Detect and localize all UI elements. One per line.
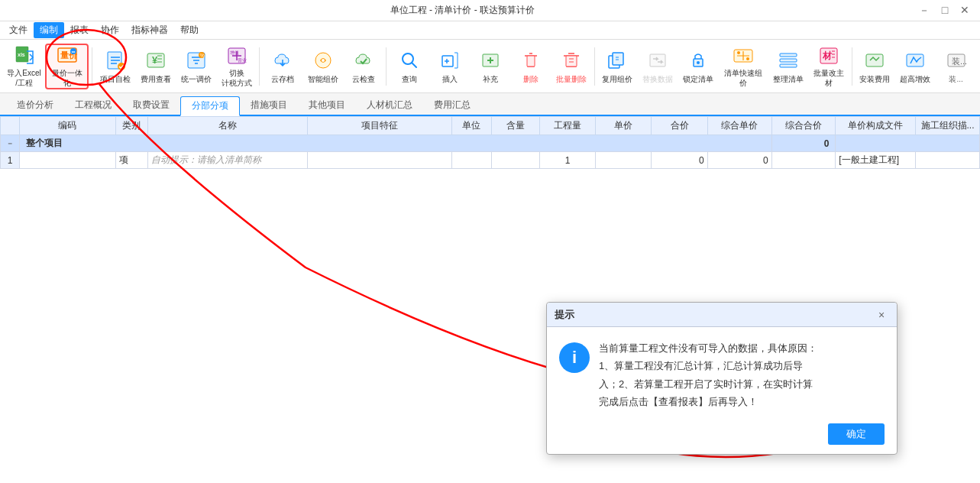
organize-clear-button[interactable]: 整理清单 — [769, 44, 808, 89]
organize-clear-label: 整理清单 — [773, 74, 804, 84]
menu-cooperate[interactable]: 协作 — [95, 22, 125, 38]
install-fee-button[interactable]: 安装费用 — [855, 44, 894, 89]
tab-measure-items[interactable]: 措施项目 — [240, 95, 298, 115]
replace-data-button[interactable]: 替换数据 — [639, 44, 678, 89]
col-unit-file: 单价构成文件 — [836, 117, 916, 135]
fee-view-button[interactable]: ¥ 费用查看 — [136, 44, 175, 89]
fee-view-icon: ¥ — [144, 48, 168, 73]
menu-index[interactable]: 指标神器 — [125, 22, 174, 38]
col-engineering: 工程量 — [539, 117, 595, 135]
section-row: － 整个项目 0 — [1, 135, 980, 152]
window-controls: － □ ✕ — [919, 4, 974, 18]
svg-point-29 — [737, 51, 740, 54]
section-total: 0 — [771, 135, 836, 152]
smart-group-button[interactable]: 智能组价 — [303, 44, 342, 89]
sep4 — [594, 47, 595, 86]
sep3 — [386, 47, 387, 86]
unified-adjust-button[interactable]: % 统一调价 — [176, 44, 215, 89]
section-label: 整个项目 — [20, 135, 771, 152]
supplement-icon — [478, 48, 503, 73]
quick-group-button[interactable]: 清单快速组价 — [720, 44, 768, 89]
code-input[interactable] — [23, 155, 112, 166]
tab-other-items[interactable]: 其他项目 — [298, 95, 356, 115]
install-fee-label: 安装费用 — [859, 74, 890, 84]
delete-button[interactable]: 删除 — [512, 44, 551, 89]
dialog-close-button[interactable]: × — [874, 307, 889, 323]
dialog: 提示 × i 当前算量工程文件没有可导入的数据，具体原因： 1、算量工程没有汇总… — [546, 302, 898, 455]
section-extra — [836, 135, 980, 152]
dialog-title-bar: 提示 × — [547, 303, 897, 327]
svg-rect-36 — [866, 54, 883, 66]
batch-delete-button[interactable]: 批量删除 — [552, 44, 591, 89]
svg-text:材: 材 — [822, 50, 833, 61]
cloud-check-button[interactable]: 云检查 — [344, 44, 383, 89]
import-excel-button[interactable]: xls 导入Excel/工程 — [5, 44, 44, 89]
insert-button[interactable]: 插入 — [431, 44, 470, 89]
tab-project-overview[interactable]: 工程概况 — [64, 95, 122, 115]
dialog-ok-button[interactable]: 确定 — [828, 423, 885, 445]
quantity-integration-button[interactable]: 量价∞ 量价一体化 — [45, 44, 89, 89]
batch-material-button[interactable]: 材 批量改主材 — [810, 44, 849, 89]
dialog-body: i 当前算量工程文件没有可导入的数据，具体原因： 1、算量工程没有汇总计算，汇总… — [547, 327, 897, 420]
tab-fee-summary[interactable]: 费用汇总 — [423, 95, 481, 115]
title-text: 单位工程 - 清单计价 - 联达预算计价 — [6, 4, 919, 17]
switch-tax-icon: 增值营业 — [225, 45, 249, 66]
col-construction: 施工组织描... — [916, 117, 980, 135]
batch-delete-icon — [559, 48, 584, 73]
tab-partial-items[interactable]: 分部分项 — [180, 96, 240, 116]
svg-rect-22 — [566, 56, 577, 66]
row-unit-1 — [451, 152, 491, 169]
col-feature: 项目特征 — [308, 117, 452, 135]
svg-text:%: % — [199, 53, 204, 58]
delete-label: 删除 — [523, 74, 539, 84]
copy-group-button[interactable]: 复用组价 — [598, 44, 637, 89]
col-composite-price: 综合单价 — [707, 117, 771, 135]
col-type: 类别 — [115, 117, 147, 135]
col-unit-price: 单价 — [596, 117, 652, 135]
more-button[interactable]: 装... 装... — [936, 44, 975, 89]
row-unit-price-1 — [596, 152, 652, 169]
section-collapse[interactable]: － — [1, 135, 20, 152]
row-engineering-1: 1 — [539, 152, 595, 169]
copy-group-label: 复用组价 — [602, 74, 632, 84]
row-code-1[interactable] — [20, 152, 116, 169]
supplement-button[interactable]: 补充 — [471, 44, 510, 89]
batch-material-label: 批量改主材 — [811, 68, 847, 88]
more-label: 装... — [949, 74, 962, 84]
quantity-label: 量价一体化 — [48, 68, 86, 88]
table-header-row: 编码 类别 名称 项目特征 单位 含量 工程量 单价 合价 综合单价 综合合价 … — [1, 117, 980, 135]
cloud-save-button[interactable]: 云存档 — [263, 44, 302, 89]
switch-tax-button[interactable]: 增值营业 切换计税方式 — [217, 44, 256, 89]
tab-manpower-summary[interactable]: 人材机汇总 — [356, 95, 423, 115]
col-row-num — [1, 117, 20, 135]
project-check-button[interactable]: 项目自检 — [95, 44, 134, 89]
query-button[interactable]: 查询 — [390, 44, 429, 89]
install-fee-icon — [862, 48, 887, 73]
row-composite-price-1: 0 — [707, 152, 771, 169]
menu-help[interactable]: 帮助 — [174, 22, 205, 38]
cloud-save-label: 云存档 — [271, 74, 294, 84]
svg-point-27 — [697, 61, 700, 64]
svg-text:增值: 增值 — [229, 50, 239, 55]
organize-clear-icon — [776, 48, 800, 73]
row-unit-file-1: [一般土建工程] — [836, 152, 916, 169]
menu-edit[interactable]: 编制 — [34, 22, 64, 38]
table-row[interactable]: 1 项 自动提示：请输入清单简称 1 0 0 [一般土建工程] — [1, 152, 980, 169]
tab-fee-setting[interactable]: 取费设置 — [122, 95, 180, 115]
row-num-1: 1 — [1, 152, 20, 169]
menu-report[interactable]: 报表 — [64, 22, 95, 38]
menu-file[interactable]: 文件 — [3, 22, 34, 38]
dialog-info-icon: i — [559, 342, 590, 373]
query-icon — [397, 48, 422, 73]
col-composite-total: 综合合价 — [771, 117, 836, 135]
batch-material-icon: 材 — [817, 45, 841, 66]
tab-cost-analysis[interactable]: 造价分析 — [6, 95, 64, 115]
super-increase-button[interactable]: 超高增效 — [896, 44, 935, 89]
row-name-1[interactable]: 自动提示：请输入清单简称 — [147, 152, 307, 169]
dialog-msg-line3: 入；2、若算量工程开启了实时计算，在实时计算 — [599, 378, 813, 390]
fee-view-label: 费用查看 — [141, 74, 171, 84]
lock-clear-button[interactable]: 锁定清单 — [679, 44, 718, 89]
svg-rect-31 — [780, 53, 797, 57]
dialog-msg-line4: 完成后点击【查看报表】后再导入！ — [599, 396, 758, 407]
sep1 — [92, 47, 92, 86]
